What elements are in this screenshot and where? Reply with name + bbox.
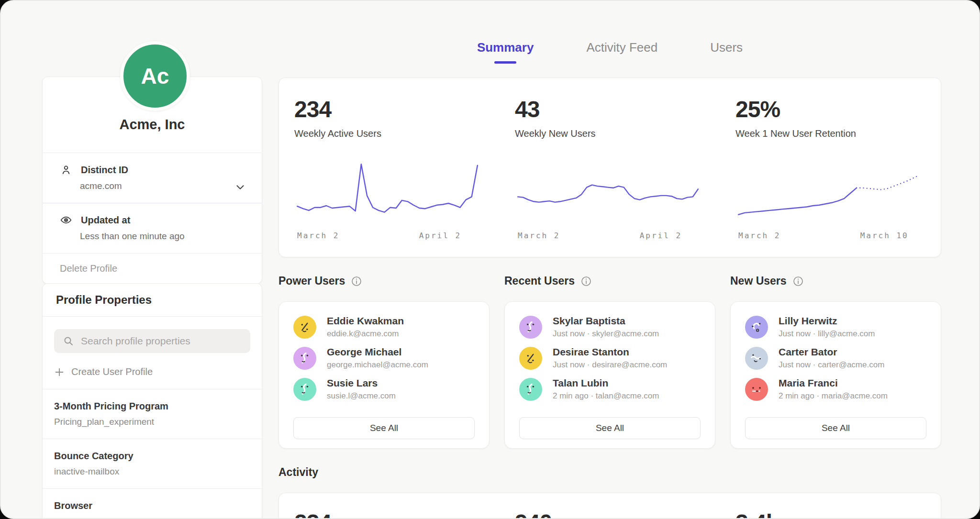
user-name: Maria Franci xyxy=(779,377,888,389)
summary-stats-card: 234 Weekly Active Users March 2 April 2 … xyxy=(278,77,941,257)
stat-weekly-active-users: 234 Weekly Active Users March 2 April 2 xyxy=(279,78,500,257)
avatar xyxy=(519,378,542,401)
avatar xyxy=(293,347,316,370)
updated-at-label: Updated at xyxy=(81,215,130,226)
search-icon xyxy=(63,335,74,347)
stat-value: 25% xyxy=(735,96,922,122)
user-name: Skylar Baptista xyxy=(553,315,659,327)
avatar xyxy=(745,378,768,401)
user-name: Lilly Herwitz xyxy=(779,315,875,327)
create-user-profile-label: Create User Profile xyxy=(71,366,153,377)
list-item[interactable]: Susie Lars susie.l@acme.com xyxy=(293,377,475,401)
user-subtitle: Just now · skyler@acme.com xyxy=(553,329,659,339)
avatar xyxy=(293,316,316,339)
property-row[interactable]: 3-Month Pricing Program Pricing_plan_exp… xyxy=(43,389,262,439)
company-avatar: Ac xyxy=(120,41,190,111)
see-all-button[interactable]: See All xyxy=(745,417,926,439)
list-item[interactable]: Lilly Herwitz Just now · lilly@acme.com xyxy=(745,315,926,339)
profile-properties-search[interactable] xyxy=(54,329,250,353)
user-name: Susie Lars xyxy=(327,377,396,389)
delete-profile-button[interactable]: Delete Profile xyxy=(43,253,262,284)
distinct-id-label: Distinct ID xyxy=(81,165,128,176)
user-name: Eddie Kwakman xyxy=(327,315,404,327)
sparkline-chart xyxy=(294,153,480,224)
profile-properties-title: Profile Properties xyxy=(43,284,262,317)
x-axis: March 2 April 2 xyxy=(294,231,480,243)
user-section-headers: Power Users Recent Users New Users xyxy=(278,275,941,287)
avatar xyxy=(293,378,316,401)
user-name: Talan Lubin xyxy=(553,377,659,389)
see-all-button[interactable]: See All xyxy=(293,417,475,439)
new-users-header: New Users xyxy=(730,275,941,287)
info-icon[interactable] xyxy=(580,276,592,287)
see-all-button[interactable]: See All xyxy=(519,417,701,439)
list-item[interactable]: Maria Franci 2 min ago · maria@acme.com xyxy=(745,377,926,401)
property-name: Bounce Category xyxy=(54,451,250,462)
updated-at-row: Updated at Less than one minute ago xyxy=(43,203,262,253)
list-item[interactable]: Eddie Kwakman eddie.k@acme.com xyxy=(293,315,475,339)
user-subtitle: george.michael@acme.com xyxy=(327,360,428,370)
search-input[interactable] xyxy=(81,335,242,347)
activity-stat: 3.4k xyxy=(720,509,941,519)
stat-label: Weekly New Users xyxy=(515,128,701,139)
property-name: 3-Month Pricing Program xyxy=(54,401,250,412)
x-tick: March 2 xyxy=(518,231,560,240)
list-item[interactable]: Carter Bator Just now · carter@acme.com xyxy=(745,346,926,370)
x-tick: March 10 xyxy=(860,231,909,240)
stat-label: Week 1 New User Retention xyxy=(735,128,922,139)
x-tick: April 2 xyxy=(640,231,682,240)
user-name: Desirae Stanton xyxy=(553,346,667,358)
sparkline-chart xyxy=(515,153,701,224)
tab-users[interactable]: Users xyxy=(710,40,743,63)
stat-value: 43 xyxy=(515,96,701,122)
avatar xyxy=(519,347,542,370)
stat-label: Weekly Active Users xyxy=(294,128,480,139)
user-name: Carter Bator xyxy=(779,346,884,358)
chevron-down-icon[interactable] xyxy=(234,181,246,193)
list-item[interactable]: Desirae Stanton Just now · desirare@acme… xyxy=(519,346,701,370)
app-window: Ac Acme, Inc Distinct ID acme.com Upd xyxy=(0,0,980,519)
recent-users-card: Skylar Baptista Just now · skyler@acme.c… xyxy=(504,301,715,449)
distinct-id-row[interactable]: Distinct ID acme.com xyxy=(43,153,262,203)
info-icon[interactable] xyxy=(792,276,804,287)
stat-value: 234 xyxy=(294,96,480,122)
user-name: George Michael xyxy=(327,346,428,358)
x-axis: March 2 April 2 xyxy=(515,231,701,243)
activity-title: Activity xyxy=(278,466,318,479)
avatar xyxy=(519,316,542,339)
tab-bar: Summary Activity Feed Users xyxy=(278,40,941,63)
property-value: inactive-mailbox xyxy=(54,466,250,477)
user-cards: Eddie Kwakman eddie.k@acme.com George Mi… xyxy=(278,301,941,449)
updated-at-value: Less than one minute ago xyxy=(80,231,245,242)
person-icon xyxy=(60,164,72,176)
property-row[interactable]: Bounce Category inactive-mailbox xyxy=(43,439,262,488)
tab-summary[interactable]: Summary xyxy=(477,40,534,63)
stat-week1-retention: 25% Week 1 New User Retention March 2 Ma… xyxy=(720,78,941,257)
eye-icon xyxy=(60,214,72,226)
x-axis: March 2 March 10 xyxy=(735,231,922,243)
property-row[interactable]: Browser Chrome xyxy=(43,488,262,519)
section-title: Power Users xyxy=(278,275,345,287)
x-tick: March 2 xyxy=(297,231,339,240)
power-users-header: Power Users xyxy=(278,275,490,287)
section-title: New Users xyxy=(730,275,787,287)
create-user-profile-button[interactable]: Create User Profile xyxy=(54,366,250,377)
activity-stat: 940 xyxy=(500,509,720,519)
info-icon[interactable] xyxy=(351,276,362,287)
stat-weekly-new-users: 43 Weekly New Users March 2 April 2 xyxy=(500,78,720,257)
distinct-id-value: acme.com xyxy=(80,181,245,191)
x-tick: March 2 xyxy=(738,231,780,240)
section-title: Recent Users xyxy=(504,275,575,287)
avatar xyxy=(745,347,768,370)
recent-users-header: Recent Users xyxy=(504,275,715,287)
property-name: Browser xyxy=(54,500,250,511)
user-subtitle: eddie.k@acme.com xyxy=(327,329,404,339)
tab-activity-feed[interactable]: Activity Feed xyxy=(586,40,657,63)
user-subtitle: Just now · lilly@acme.com xyxy=(779,329,875,339)
list-item[interactable]: Skylar Baptista Just now · skyler@acme.c… xyxy=(519,315,701,339)
list-item[interactable]: George Michael george.michael@acme.com xyxy=(293,346,475,370)
x-tick: April 2 xyxy=(419,231,461,240)
property-value: Pricing_plan_experiment xyxy=(54,417,250,427)
list-item[interactable]: Talan Lubin 2 min ago · talan@acme.com xyxy=(519,377,701,401)
avatar xyxy=(745,316,768,339)
